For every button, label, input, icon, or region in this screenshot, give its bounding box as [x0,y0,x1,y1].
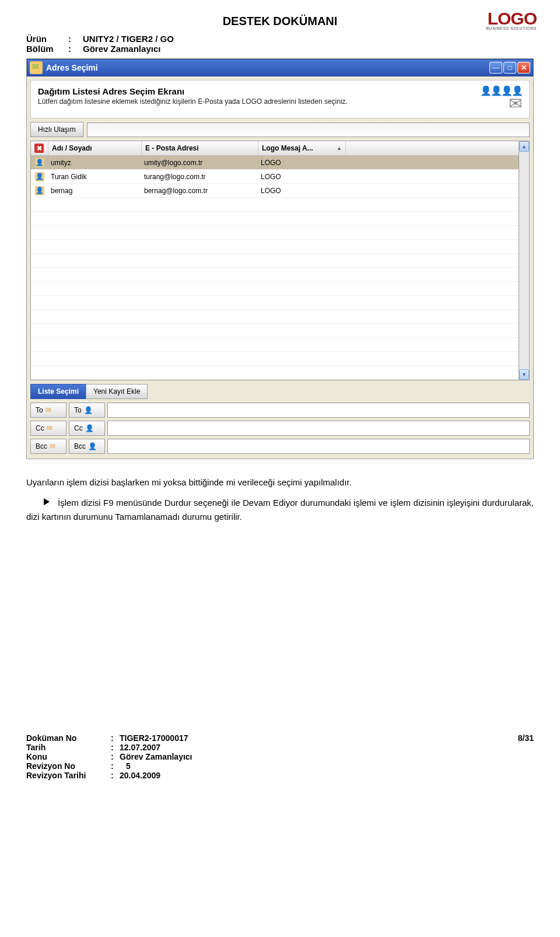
col-email[interactable]: E - Posta Adresi [142,141,258,155]
footer-docno-value: TIGER2-17000017 [120,733,499,743]
cell-name: umityz [48,159,142,167]
table-row-empty[interactable] [31,268,519,282]
description-panel: Dağıtım Listesi Adres Seçim Ekranı Lütfe… [30,80,530,118]
bcc-input[interactable] [107,439,530,454]
row-icon-cell: 👤 [31,186,48,195]
quick-access-label: Hızlı Ulaşım [30,122,83,137]
meta-section-label: Bölüm [26,44,68,54]
tab-strip: Liste Seçimi Yeni Kayıt Ekle [30,384,530,399]
table-row-empty[interactable] [31,352,519,366]
description-title: Dağıtım Listesi Adres Seçim Ekranı [38,86,348,96]
footer-revdate-label: Revizyon Tarihi [26,771,111,780]
window-titlebar[interactable]: Adres Seçimi — □ ✕ [27,59,533,76]
document-title: DESTEK DOKÜMANI [26,15,534,28]
person-icon: 👤 [88,442,97,450]
window-title: Adres Seçimi [46,63,489,72]
sort-arrow-icon: ▲ [337,145,342,151]
footer-page: 8/31 [499,733,534,743]
bcc-email-button[interactable]: Bcc ✉ [30,439,66,454]
person-icon: 👤 [85,424,94,432]
cell-email: turang@logo.com.tr [142,173,258,181]
close-button[interactable]: ✕ [517,62,530,74]
table-row-empty[interactable] [31,324,519,338]
table-row[interactable]: 👤umityzumity@logo.com.trLOGO [31,156,519,170]
row-icon-cell: 👤 [31,158,48,167]
cell-logo-address: LOGO [258,187,346,195]
description-icons: 👤👤👤👤 ✉ [480,86,522,112]
meta-section-value: Görev Zamanlayıcı [83,44,160,54]
description-subtitle: Lütfen dağıtım listesine eklemek istediğ… [38,97,348,107]
logo-subtext: BUSINESS SOLUTIONS [486,26,537,30]
bcc-person-button[interactable]: Bcc 👤 [69,439,105,454]
meta-product-value: UNITY2 / TIGER2 / GO [83,34,174,44]
envelope-icon: ✉ [480,96,522,112]
cell-logo-address: LOGO [258,173,346,181]
row-icon-cell: 👤 [31,172,48,181]
header-icon-cell[interactable]: ✖ [31,141,48,155]
person-icon: 👤 [35,158,44,167]
footer-date-label: Tarih [26,743,111,752]
col-logo-address[interactable]: Logo Mesaj A...▲ [258,141,346,155]
to-email-button[interactable]: To ✉ [30,403,66,418]
tab-add-new-record[interactable]: Yeni Kayıt Ekle [86,384,148,399]
to-input[interactable] [107,403,530,418]
table-header: ✖ Adı / Soyadı E - Posta Adresi Logo Mes… [31,141,519,156]
logo-text: LOGO [486,11,537,26]
table-row-empty[interactable] [31,254,519,268]
footer-docno-label: Doküman No [26,733,111,743]
footer-topic-value: Görev Zamanlayıcı [120,752,534,761]
scroll-track[interactable] [519,152,529,369]
table-row-empty[interactable] [31,310,519,324]
footer-revdate-value: 20.04.2009 [120,771,534,780]
table-row-empty[interactable] [31,226,519,240]
scroll-up-icon[interactable]: ▲ [519,141,529,152]
deselect-icon: ✖ [34,144,44,153]
footer-revno-value: 5 [120,761,137,771]
cc-person-button[interactable]: Cc 👤 [69,421,105,436]
person-icon: 👤 [35,172,44,181]
envelope-icon: ✉ [50,442,55,450]
page-footer: Doküman No : TIGER2-17000017 8/31 Tarih … [26,733,534,780]
brand-logo: LOGO BUSINESS SOLUTIONS [486,11,537,30]
window-icon [30,61,43,74]
contact-table: ✖ Adı / Soyadı E - Posta Adresi Logo Mes… [30,141,530,380]
table-row-empty[interactable] [31,198,519,212]
recipient-row-bcc: Bcc ✉Bcc 👤 [30,439,530,454]
table-row-empty[interactable] [31,212,519,226]
tab-list-selection[interactable]: Liste Seçimi [30,384,86,399]
footer-date-value: 12.07.2007 [120,743,534,752]
table-row-empty[interactable] [31,282,519,296]
table-row-empty[interactable] [31,366,519,380]
footer-topic-label: Konu [26,752,111,761]
minimize-button[interactable]: — [489,62,502,74]
quick-access-input[interactable] [87,123,530,137]
cell-name: bernag [48,187,142,195]
person-icon: 👤 [84,406,93,414]
cell-name: Turan Gidik [48,173,142,181]
table-row-empty[interactable] [31,240,519,254]
maximize-button[interactable]: □ [503,62,516,74]
recipient-row-to: To ✉To 👤 [30,403,530,418]
person-icon: 👤 [35,186,44,195]
meta-product-label: Ürün [26,34,68,44]
cell-email: bernag@logo.com.tr [142,187,258,195]
table-row[interactable]: 👤Turan Gidikturang@logo.com.trLOGO [31,170,519,184]
bullet-arrow-icon [44,498,50,505]
to-person-button[interactable]: To 👤 [69,403,105,418]
scroll-down-icon[interactable]: ▼ [519,369,529,380]
cell-email: umity@logo.com.tr [142,159,258,167]
envelope-icon: ✉ [46,406,51,414]
document-meta: Ürün : UNITY2 / TIGER2 / GO Bölüm : Göre… [26,34,534,54]
col-name[interactable]: Adı / Soyadı [48,141,142,155]
recipients-panel: To ✉To 👤Cc ✉Cc 👤Bcc ✉Bcc 👤 [30,403,530,454]
cc-input[interactable] [107,421,530,436]
vertical-scrollbar[interactable]: ▲ ▼ [519,141,530,380]
table-row-empty[interactable] [31,338,519,352]
table-row[interactable]: 👤bernagbernag@logo.com.trLOGO [31,184,519,198]
table-row-empty[interactable] [31,296,519,310]
paragraph-2: İşlem dizisi F9 menüsünde Durdur seçeneğ… [26,496,534,523]
cc-email-button[interactable]: Cc ✉ [30,421,66,436]
envelope-icon: ✉ [47,424,52,432]
address-selection-window: Adres Seçimi — □ ✕ Dağıtım Listesi Adres… [26,58,534,459]
footer-revno-label: Revizyon No [26,761,111,771]
